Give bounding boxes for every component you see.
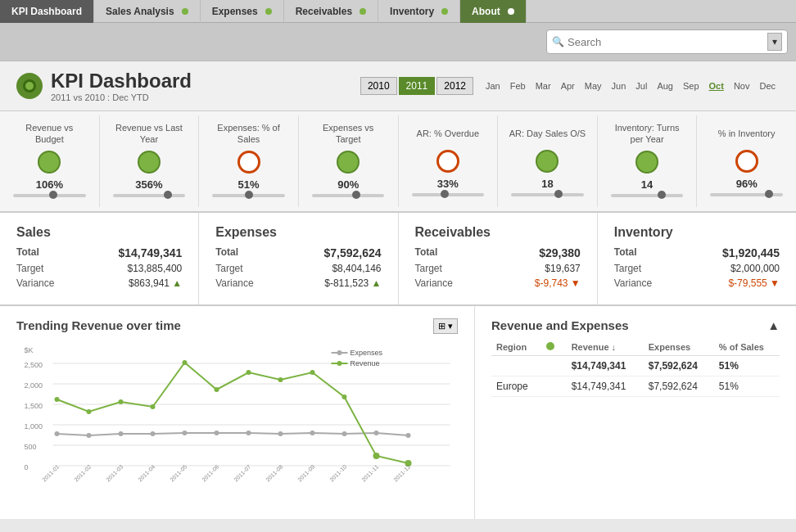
total-pct-sales: 51% — [714, 355, 780, 376]
svg-point-29 — [119, 399, 124, 404]
col-revenue[interactable]: Revenue ↓ — [567, 339, 644, 356]
kpi-slider-ar-day-sales[interactable] — [511, 193, 584, 196]
europe-region: Europe — [491, 376, 541, 396]
kpi-thumb-revenue-last-year — [164, 191, 172, 199]
svg-text:1,000: 1,000 — [25, 422, 43, 431]
svg-text:2011-05: 2011-05 — [169, 463, 188, 482]
nav-tab-sales-analysis[interactable]: Sales Analysis — [94, 0, 201, 23]
kpi-ar-pct-overdue: AR: % Overdue 33% — [399, 115, 499, 207]
dashboard-logo — [16, 73, 43, 99]
nav-tab-inventory[interactable]: Inventory — [378, 0, 460, 23]
inventory-total-label: Total — [614, 246, 637, 259]
receivables-target-label: Target — [415, 263, 442, 274]
region-dot-icon — [546, 342, 554, 350]
kpi-slider-expenses-pct[interactable] — [212, 194, 285, 197]
receivables-target-row: Target $19,637 — [415, 263, 581, 274]
month-aug[interactable]: Aug — [653, 79, 677, 93]
svg-text:1,500: 1,500 — [25, 402, 43, 410]
sales-total-label: Total — [16, 246, 39, 259]
expenses-target-row: Target $8,404,146 — [215, 263, 381, 274]
month-oct[interactable]: Oct — [705, 79, 728, 93]
year-2011-button[interactable]: 2011 — [399, 77, 436, 95]
nav-tab-receivables[interactable]: Receivables — [284, 0, 378, 23]
col-region[interactable]: Region — [491, 339, 541, 356]
sales-panel: Sales Total $14,749,341 Target $13,885,4… — [0, 213, 199, 304]
svg-text:2011-01: 2011-01 — [41, 463, 60, 482]
svg-text:$K: $K — [25, 346, 34, 354]
kpi-slider-ar-overdue[interactable] — [412, 193, 485, 196]
year-2010-button[interactable]: 2010 — [360, 77, 397, 95]
sales-total-value: $14,749,341 — [118, 246, 182, 259]
inventory-target-value: $2,000,000 — [730, 263, 780, 274]
search-icon: 🔍 — [552, 36, 564, 47]
kpi-thumb-ar-overdue — [441, 190, 449, 198]
search-input[interactable] — [568, 36, 764, 48]
kpi-label-inventory-turns: Inventory: Turnsper Year — [602, 122, 693, 146]
panel-collapse-icon[interactable]: ▲ — [767, 318, 780, 332]
kpi-slider-pct-inventory[interactable] — [710, 193, 783, 196]
receivables-variance-row: Variance $-9,743 — [415, 277, 581, 289]
kpi-ar-day-sales: AR: Day Sales O/S 18 — [498, 115, 598, 207]
kpi-label-revenue-budget: Revenue vsBudget — [4, 122, 95, 146]
revenue-table-header: Region Revenue ↓ Expenses % of Sales — [491, 339, 780, 356]
receivables-title: Receivables — [415, 225, 581, 240]
kpi-slider-revenue-last-year[interactable] — [113, 194, 186, 197]
trending-chart-svg: $K 2,500 2,000 1,500 1,000 500 0 — [16, 343, 458, 507]
chart-options-button[interactable]: ⊞ ▾ — [433, 318, 458, 334]
month-mar[interactable]: Mar — [531, 79, 555, 93]
svg-point-18 — [151, 431, 156, 436]
month-jul[interactable]: Jul — [631, 79, 651, 93]
nav-tab-about[interactable]: About — [460, 0, 527, 23]
month-jan[interactable]: Jan — [482, 79, 504, 93]
kpi-value-pct-inventory: 96% — [701, 178, 792, 190]
month-dec[interactable]: Dec — [755, 79, 780, 93]
search-dropdown-button[interactable]: ▾ — [767, 33, 782, 51]
svg-text:2,500: 2,500 — [25, 361, 43, 369]
svg-text:2011-04: 2011-04 — [137, 463, 156, 482]
receivables-target-value: $19,637 — [545, 263, 580, 274]
title-area: KPI Dashboard 2011 vs 2010 : Dec YTD — [16, 70, 192, 102]
kpi-indicator-ar-overdue — [436, 150, 459, 173]
nav-tab-expenses[interactable]: Expenses — [201, 0, 284, 23]
kpi-value-ar-overdue: 33% — [403, 178, 494, 190]
svg-point-37 — [373, 453, 380, 459]
svg-point-20 — [215, 431, 219, 435]
svg-point-33 — [246, 370, 251, 375]
kpi-value-revenue-budget: 106% — [4, 178, 95, 191]
col-expenses[interactable]: Expenses — [644, 339, 714, 356]
inventory-panel: Inventory Total $1,920,445 Target $2,000… — [598, 213, 796, 304]
col-pct-sales[interactable]: % of Sales — [714, 339, 780, 356]
kpi-slider-inventory-turns[interactable] — [611, 194, 684, 197]
receivables-variance-value: $-9,743 — [535, 277, 581, 289]
month-jun[interactable]: Jun — [608, 79, 631, 93]
kpi-slider-expenses-target[interactable] — [312, 194, 385, 197]
svg-point-21 — [246, 431, 251, 435]
month-sep[interactable]: Sep — [679, 79, 703, 93]
kpi-indicator-expenses-target — [337, 151, 360, 174]
month-may[interactable]: May — [581, 79, 606, 93]
kpi-indicator-revenue-budget — [38, 151, 61, 174]
total-revenue: $14,749,341 — [567, 355, 644, 376]
kpi-revenue-vs-budget: Revenue vsBudget 106% — [0, 115, 100, 207]
month-nov[interactable]: Nov — [730, 79, 754, 93]
search-container: 🔍 ▾ — [546, 29, 788, 54]
kpi-revenue-vs-last-year: Revenue vs LastYear 356% — [100, 115, 200, 207]
svg-text:2011-10: 2011-10 — [328, 463, 347, 482]
nav-tab-kpi-dashboard[interactable]: KPI Dashboard — [0, 0, 94, 23]
month-apr[interactable]: Apr — [557, 79, 579, 93]
month-feb[interactable]: Feb — [506, 79, 530, 93]
trending-chart-title: Trending Revenue over time — [16, 318, 181, 332]
svg-text:2011-08: 2011-08 — [265, 463, 283, 482]
sales-variance-label: Variance — [16, 277, 54, 289]
kpi-slider-revenue-budget[interactable] — [13, 194, 86, 197]
svg-point-16 — [87, 433, 92, 438]
controls-area: 2010 2011 2012 Jan Feb Mar Apr May Jun J… — [360, 77, 780, 95]
sales-target-label: Target — [16, 263, 43, 274]
inventory-target-row: Target $2,000,000 — [614, 263, 780, 274]
receivables-total-label: Total — [415, 246, 438, 259]
inventory-variance-row: Variance $-79,555 — [614, 277, 780, 289]
svg-text:2011-02: 2011-02 — [73, 463, 92, 482]
year-2012-button[interactable]: 2012 — [436, 77, 473, 95]
kpi-label-pct-inventory: % in Inventory — [701, 122, 792, 145]
kpi-indicator-revenue-last-year — [138, 151, 161, 174]
